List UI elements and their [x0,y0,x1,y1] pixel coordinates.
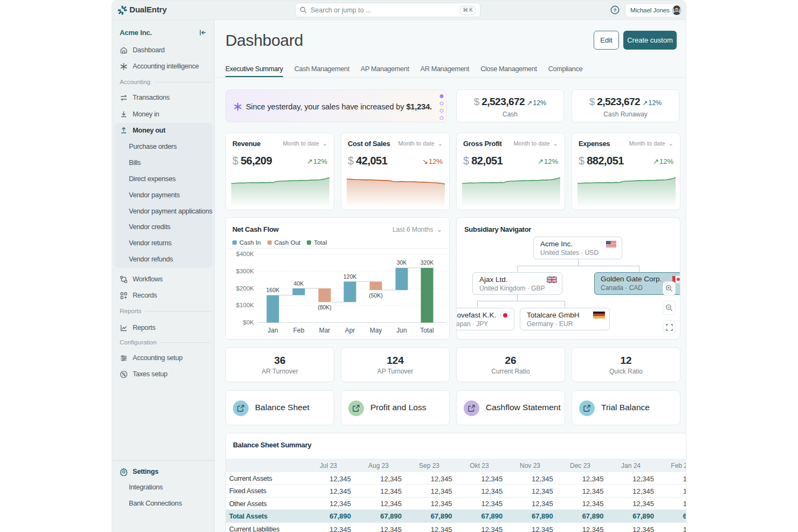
svg-text:$0K: $0K [243,319,254,326]
svg-text:320K: 320K [421,259,434,266]
svg-text:Feb: Feb [293,327,305,334]
svg-text:Apr: Apr [345,327,355,334]
svg-text:$200K: $200K [236,285,254,292]
svg-text:160K: 160K [266,287,280,293]
svg-text:Mar: Mar [319,327,331,334]
svg-text:(80K): (80K) [318,304,332,310]
svg-text:$300K: $300K [236,268,254,274]
svg-text:(50K): (50K) [369,292,383,299]
svg-text:120K: 120K [343,273,357,280]
svg-text:May: May [370,327,382,334]
svg-text:$100K: $100K [236,302,254,308]
svg-text:Jun: Jun [396,327,407,334]
svg-text:Total: Total [420,327,434,334]
svg-text:$400K: $400K [236,251,254,257]
svg-text:Jan: Jan [267,327,278,334]
svg-text:?: ? [614,7,617,13]
svg-text:40K: 40K [294,280,304,287]
svg-text:30K: 30K [397,259,407,266]
